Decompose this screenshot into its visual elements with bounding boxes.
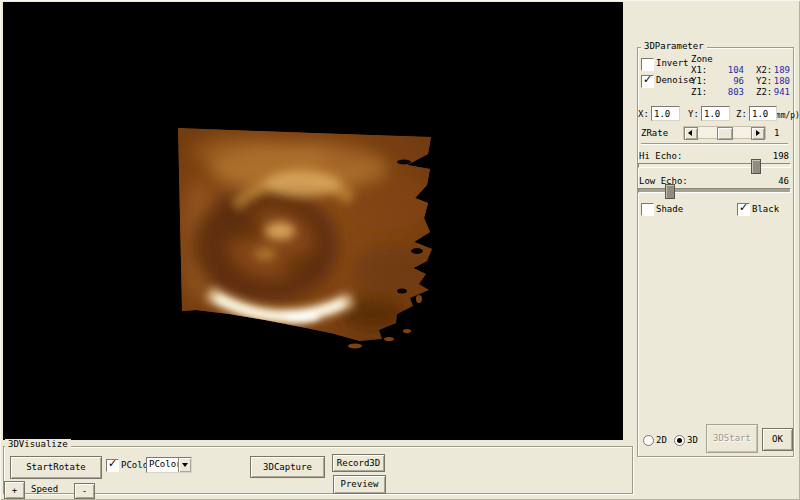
hi-echo-label: Hi Echo: (639, 151, 682, 162)
parameter-separator (641, 143, 788, 145)
ultrasound-image (3, 2, 623, 440)
render-viewport[interactable] (3, 2, 623, 440)
scale-y-input[interactable] (701, 106, 730, 121)
scale-x-label: X: (638, 109, 649, 120)
record3d-button[interactable]: Record3D (332, 454, 385, 472)
zrate-scroll-left-button[interactable] (684, 127, 698, 140)
low-echo-label: Low Echo: (639, 176, 688, 187)
app-window: 3DParameter Invert Denoise Zone X1: 104 … (0, 0, 800, 500)
denoise-checkbox[interactable] (641, 75, 654, 88)
zrate-scroll-thumb[interactable] (717, 127, 733, 140)
zone-z1-label: Z1: (691, 87, 707, 98)
hi-echo-value: 198 (759, 151, 789, 162)
pcolor-combobox[interactable]: PColor (146, 457, 192, 473)
black-checkbox[interactable] (737, 203, 750, 216)
scale-z-label: Z: (736, 109, 747, 120)
low-echo-slider-track[interactable] (638, 188, 791, 193)
shade-checkbox[interactable] (641, 203, 654, 216)
zone-y2-value: 180 (768, 76, 790, 87)
zone-y1-value: 96 (714, 76, 744, 87)
zone-label: Zone (691, 54, 713, 65)
preview-button[interactable]: Preview (333, 475, 386, 494)
start-rotate-button[interactable]: StartRotate (10, 456, 102, 479)
speed-plus-button[interactable]: + (4, 481, 25, 499)
black-label: Black (752, 204, 779, 215)
scroll-left-arrow-icon (688, 130, 692, 136)
zrate-scrollbar[interactable] (683, 126, 766, 139)
mode-3d-radio[interactable] (674, 435, 685, 446)
zrate-scroll-right-button[interactable] (751, 127, 765, 140)
ok-button[interactable]: OK (762, 428, 793, 451)
hi-echo-slider-thumb[interactable] (751, 159, 761, 174)
zone-x1-label: X1: (691, 65, 707, 76)
zrate-label: ZRate (641, 128, 668, 139)
zone-y1-label: Y1: (691, 76, 707, 87)
speed-minus-button[interactable]: - (74, 483, 95, 499)
invert-label: Invert (656, 58, 689, 69)
zrate-value: 1 (774, 128, 779, 139)
speed-label: Speed (31, 484, 58, 495)
visualize-group-title: 3DVisualize (5, 439, 71, 450)
scale-z-input[interactable] (749, 106, 777, 121)
zone-x1-value: 104 (714, 65, 744, 76)
low-echo-slider-thumb[interactable] (665, 184, 675, 199)
3dcapture-button[interactable]: 3DCapture (250, 456, 325, 478)
zone-x2-value: 189 (768, 65, 790, 76)
shade-label: Shade (656, 204, 683, 215)
mode-2d-radio[interactable] (643, 435, 654, 446)
zone-z1-value: 803 (714, 87, 744, 98)
mode-3d-label: 3D (687, 435, 698, 446)
chevron-down-icon (182, 463, 188, 467)
hi-echo-slider-track[interactable] (638, 163, 791, 168)
mode-2d-label: 2D (656, 435, 667, 446)
pcolor-checkbox[interactable] (106, 459, 119, 472)
denoise-label: Denoise (656, 75, 694, 86)
low-echo-value: 46 (759, 176, 789, 187)
3dstart-button[interactable]: 3DStart (706, 424, 758, 453)
pcolor-combobox-dropdown-button[interactable] (178, 458, 191, 472)
parameter-group-title: 3DParameter (641, 41, 707, 52)
invert-checkbox[interactable] (641, 58, 654, 71)
scale-x-input[interactable] (651, 106, 680, 121)
scale-y-label: Y: (688, 109, 699, 120)
pcolor-combobox-value: PColor (149, 459, 182, 470)
zone-z2-value: 941 (768, 87, 790, 98)
scroll-right-arrow-icon (756, 130, 760, 136)
